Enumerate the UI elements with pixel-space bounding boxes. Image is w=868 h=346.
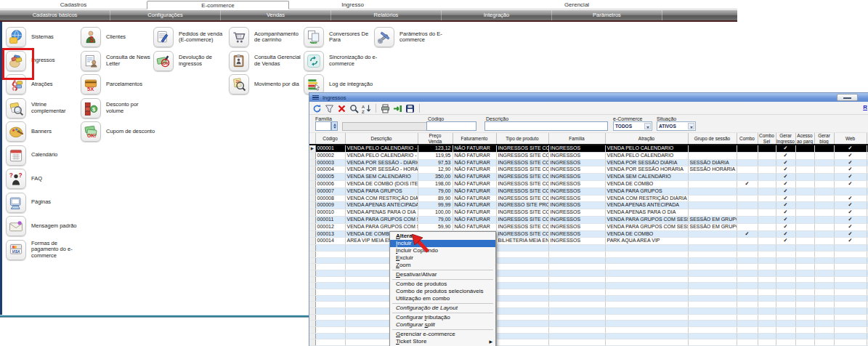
grid-cell[interactable]: [605, 308, 688, 315]
grid-cell[interactable]: [737, 188, 758, 195]
grid-cell[interactable]: INGRESSOS: [548, 145, 605, 152]
grid-cell[interactable]: [776, 321, 795, 327]
grid-cell[interactable]: [776, 245, 795, 252]
grid-cell[interactable]: [548, 251, 605, 257]
grid-cell[interactable]: [814, 257, 834, 264]
grid-cell[interactable]: [688, 295, 737, 302]
grid-cell[interactable]: [688, 209, 737, 217]
grid-cell[interactable]: 000010: [315, 209, 345, 217]
grid-cell[interactable]: [795, 223, 814, 230]
column-header-tipo-de-produto[interactable]: Tipo de produto: [496, 133, 548, 145]
launcher-item-mensagem-padrao[interactable]: Mensagem padrão: [6, 214, 81, 238]
ticket-search-icon[interactable]: [6, 98, 26, 118]
grid-row-000004[interactable]: 000004VENDA POR SESSÃO - HORÁRIO12,90NÃO…: [309, 166, 868, 174]
grid-cell[interactable]: [814, 188, 834, 195]
grid-cell[interactable]: [737, 257, 758, 264]
grid-row-000005[interactable]: 000005VENDA SEM CALENDÁRIO350,00NÃO FATU…: [309, 174, 868, 181]
launcher-item-parametros-do-e-commerce[interactable]: Parâmetros do E-commerce: [374, 25, 450, 49]
grid-cell[interactable]: [548, 257, 605, 264]
grid-cell[interactable]: ✓: [834, 145, 867, 152]
context-menu-item-ticket-store[interactable]: Ticket Store▶: [390, 338, 495, 345]
grid-cell[interactable]: VENDA PARA GRUPOS COM SESSÃO e: [345, 216, 418, 223]
grid-cell[interactable]: [737, 202, 758, 209]
grid-cell[interactable]: [688, 308, 737, 315]
grid-cell[interactable]: [737, 223, 758, 230]
grid-cell[interactable]: [776, 251, 795, 257]
grid-cell[interactable]: [737, 321, 758, 327]
grid-cell[interactable]: 000008: [315, 195, 345, 202]
context-menu-item-incluir-copiando[interactable]: Incluir Copiando: [390, 247, 495, 254]
grid-cell[interactable]: [309, 202, 315, 209]
grid-cell[interactable]: [737, 159, 758, 166]
grid-cell[interactable]: [496, 314, 548, 321]
grid-cell[interactable]: [834, 302, 867, 308]
grid-cell[interactable]: [834, 327, 867, 334]
grid-cell[interactable]: VENDA DE COMBO: [605, 180, 688, 188]
refresh-icon[interactable]: [312, 103, 322, 113]
grid-cell[interactable]: ✓: [834, 152, 867, 159]
grid-cell[interactable]: [758, 238, 776, 245]
grid-cell[interactable]: [309, 295, 315, 302]
grid-cell[interactable]: ✓: [737, 230, 758, 238]
grid-cell[interactable]: [814, 145, 834, 152]
grid-cell[interactable]: [814, 276, 834, 283]
grid-cell[interactable]: [737, 339, 758, 346]
envelope-icon[interactable]: [6, 216, 26, 236]
installments-5x-icon[interactable]: 5X: [81, 74, 101, 94]
grid-cell[interactable]: [309, 188, 315, 195]
menu-item-parametros[interactable]: Parâmetros: [552, 10, 662, 20]
grid-cell[interactable]: NÃO FATURAR: [453, 216, 496, 223]
grid-cell[interactable]: [605, 251, 688, 257]
grid-cell[interactable]: 000013: [315, 230, 345, 238]
grid-cell[interactable]: INGRESSOS: [548, 238, 605, 245]
grid-cell[interactable]: [795, 314, 814, 321]
grid-cell[interactable]: [688, 327, 737, 334]
grid-cell[interactable]: [795, 251, 814, 257]
grid-cell[interactable]: [688, 202, 737, 209]
grid-cell[interactable]: [309, 209, 315, 217]
grid-cell[interactable]: [758, 321, 776, 327]
grid-cell[interactable]: [834, 251, 867, 257]
column-header-combo-sel[interactable]: Combo Sel: [758, 133, 776, 145]
grid-cell[interactable]: [496, 295, 548, 302]
grid-cell[interactable]: [605, 257, 688, 264]
grid-cell[interactable]: VENDA APENAS PARA O DIA: [605, 209, 688, 217]
grid-cell[interactable]: [758, 188, 776, 195]
grid-cell[interactable]: [737, 195, 758, 202]
grid-cell[interactable]: ✓: [776, 152, 795, 159]
grid-cell[interactable]: VENDA PELO CALENDARIO: [605, 145, 688, 152]
grid-cell[interactable]: [309, 270, 315, 276]
grid-cell[interactable]: [737, 308, 758, 315]
grid-cell[interactable]: [548, 339, 605, 346]
column-header-descricao[interactable]: Descrição: [345, 133, 418, 145]
grid-cell[interactable]: VENDA PARA GRUPOS: [345, 188, 418, 195]
grid-cell[interactable]: [309, 223, 315, 230]
column-header-gerar-ingresso[interactable]: Gerar Ingresso: [776, 133, 795, 145]
grid-cell[interactable]: [688, 321, 737, 327]
grid-cell[interactable]: [758, 145, 776, 152]
grid-cell[interactable]: INGRESSOS: [548, 223, 605, 230]
grid-cell[interactable]: VENDA SEM CALENDÁRIO: [605, 174, 688, 181]
grid-cell[interactable]: [795, 270, 814, 276]
grid-cell[interactable]: ✓: [776, 188, 795, 195]
grid-cell[interactable]: [776, 308, 795, 315]
grid-cell[interactable]: [496, 321, 548, 327]
filter-icon[interactable]: [325, 103, 334, 113]
grid-cell[interactable]: INGRESSOS: [548, 174, 605, 181]
window-titlebar[interactable]: Ingressos: [309, 93, 868, 102]
grid-cell[interactable]: ✓: [737, 180, 758, 188]
sort-icon[interactable]: AZ: [362, 103, 371, 113]
grid-cell[interactable]: INGRESSOS: [548, 216, 605, 223]
grid-cell[interactable]: [737, 270, 758, 276]
grid-cell[interactable]: [795, 174, 814, 181]
grid-cell[interactable]: [737, 145, 758, 152]
grid-cell[interactable]: [814, 238, 834, 245]
grid-cell[interactable]: [688, 257, 737, 264]
grid-cell[interactable]: [795, 202, 814, 209]
newsletter-icon[interactable]: [81, 51, 101, 71]
grid-cell[interactable]: ▶: [309, 145, 315, 152]
launcher-item-parcelamentos[interactable]: 5X Parcelamentos: [81, 73, 156, 96]
grid-cell[interactable]: [548, 264, 605, 270]
grid-cell[interactable]: [758, 202, 776, 209]
column-header-acesso-ao-parq[interactable]: Acesso ao parq: [795, 133, 814, 145]
